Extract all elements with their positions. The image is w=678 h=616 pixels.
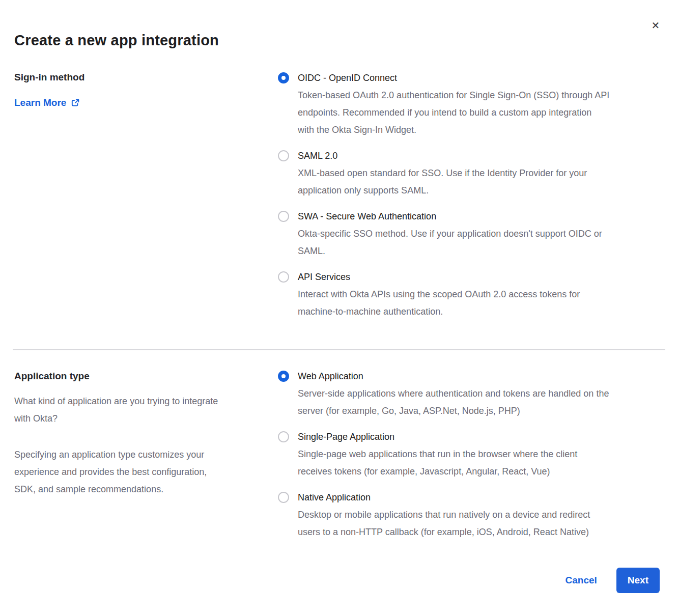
option-swa-description: Okta-specific SSO method. Use if your ap… [298, 225, 602, 260]
option-saml: SAML 2.0 XML-based open standard for SSO… [278, 147, 665, 199]
signin-method-options: OIDC - OpenID Connect Token-based OAuth … [278, 69, 665, 320]
option-saml-label[interactable]: SAML 2.0 [298, 147, 587, 164]
radio-oidc[interactable] [278, 72, 289, 83]
option-web-application: Web Application Server-side applications… [278, 368, 665, 419]
application-type-options: Web Application Server-side applications… [278, 368, 665, 541]
option-spa-label[interactable]: Single-Page Application [298, 428, 577, 445]
option-saml-description: XML-based open standard for SSO. Use if … [298, 164, 587, 199]
cancel-button[interactable]: Cancel [566, 575, 597, 586]
option-oidc-label[interactable]: OIDC - OpenID Connect [298, 69, 609, 87]
option-web-application-description: Server-side applications where authentic… [298, 385, 609, 419]
option-api-services-description: Interact with Okta APIs using the scoped… [298, 286, 580, 320]
signin-method-label: Sign-in method [14, 69, 259, 86]
option-swa-label[interactable]: SWA - Secure Web Authentication [298, 208, 602, 225]
option-spa: Single-Page Application Single-page web … [278, 428, 665, 480]
option-native-application: Native Application Desktop or mobile app… [278, 489, 665, 541]
close-button[interactable]: ✕ [648, 18, 663, 33]
radio-native-application[interactable] [278, 492, 289, 503]
option-native-application-description: Desktop or mobile applications that run … [298, 506, 590, 541]
close-icon: ✕ [652, 19, 660, 32]
dialog-footer: Cancel Next [566, 568, 660, 593]
application-type-label: Application type [14, 368, 258, 385]
option-native-application-label[interactable]: Native Application [298, 489, 590, 506]
section-divider [13, 349, 665, 350]
next-button[interactable]: Next [616, 568, 660, 593]
radio-web-application[interactable] [278, 371, 289, 382]
application-type-left-column: Application type What kind of applicatio… [14, 368, 258, 498]
radio-saml[interactable] [278, 150, 289, 161]
option-spa-description: Single-page web applications that run in… [298, 445, 577, 480]
radio-api-services[interactable] [278, 271, 289, 283]
learn-more-link[interactable]: Learn More [14, 94, 80, 111]
application-type-question: What kind of application are you trying … [14, 393, 258, 427]
application-type-explanation: Specifying an application type customize… [14, 446, 258, 498]
option-oidc-description: Token-based OAuth 2.0 authentication for… [298, 87, 609, 138]
dialog-title: Create a new app integration [14, 32, 219, 49]
option-api-services-label[interactable]: API Services [298, 268, 580, 286]
option-swa: SWA - Secure Web Authentication Okta-spe… [278, 208, 665, 260]
option-web-application-label[interactable]: Web Application [298, 368, 609, 385]
radio-swa[interactable] [278, 211, 289, 222]
option-oidc: OIDC - OpenID Connect Token-based OAuth … [278, 69, 665, 138]
radio-spa[interactable] [278, 431, 289, 442]
option-api-services: API Services Interact with Okta APIs usi… [278, 268, 665, 320]
external-link-icon [71, 98, 80, 107]
signin-method-left-column: Sign-in method Learn More [14, 69, 259, 111]
create-app-integration-dialog: ✕ Create a new app integration Sign-in m… [0, 0, 678, 616]
learn-more-label: Learn More [14, 94, 66, 111]
